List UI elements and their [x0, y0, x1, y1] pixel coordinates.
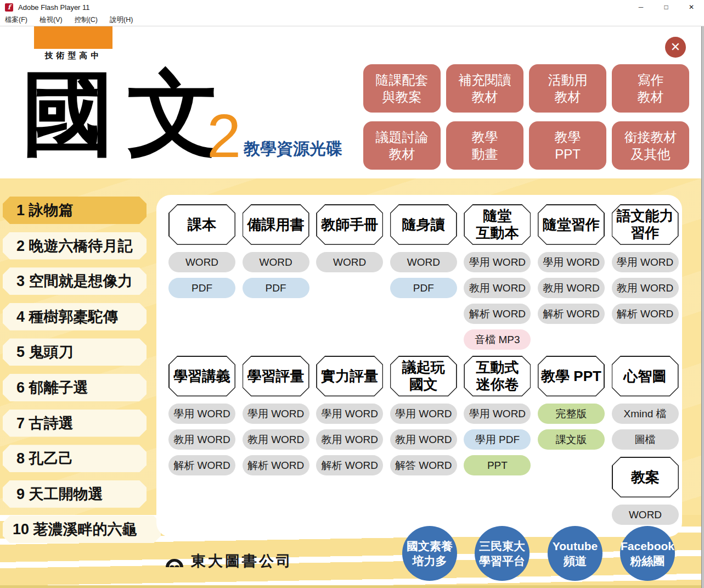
category-title-line: 學習講義: [173, 368, 230, 385]
chapter-sidebar: 1 詠物篇 2 晚遊六橋待月記 3 空間就是想像力 4 種樹郭橐駝傳 5 鬼頭刀…: [3, 197, 161, 551]
file-link-button[interactable]: WORD: [243, 252, 309, 272]
btn-topic-discussion[interactable]: 議題討論教材: [363, 121, 441, 170]
category-title-line: 課本: [188, 216, 216, 233]
link-youtube-channel[interactable]: Youtube頻道: [548, 526, 602, 581]
publisher-name: 東大圖書公司: [191, 551, 293, 571]
link-facebook-page[interactable]: Facebook粉絲團: [620, 526, 675, 581]
file-link-button[interactable]: 教用 WORD: [464, 278, 531, 298]
publisher-logo-banner: [34, 26, 112, 49]
file-link-button[interactable]: 解析 WORD: [464, 304, 531, 324]
category-header: 課本: [168, 204, 235, 245]
window-scroll-edge[interactable]: [701, 26, 704, 588]
resource-column: 備課用書WORDPDF: [243, 204, 309, 356]
category-title-line: 習作: [631, 225, 660, 242]
file-link-button[interactable]: PPT: [464, 455, 531, 475]
file-link-button[interactable]: 課文版: [538, 429, 605, 450]
file-link-button[interactable]: 學用 WORD: [464, 252, 531, 272]
menu-help[interactable]: 說明(H): [110, 15, 133, 25]
menu-bar: 檔案(F) 檢視(V) 控制(C) 說明(H): [0, 14, 704, 26]
file-link-button[interactable]: 教用 WORD: [538, 278, 605, 298]
sidebar-item-3[interactable]: 3 空間就是想像力: [3, 267, 147, 295]
file-link-button[interactable]: PDF: [243, 278, 309, 298]
sidebar-item-8[interactable]: 8 孔乙己: [3, 445, 147, 472]
sidebar-item-6[interactable]: 6 郁離子選: [3, 374, 147, 401]
file-link-button[interactable]: 學用 PDF: [464, 429, 531, 450]
btn-teaching-animation[interactable]: 教學動畫: [446, 121, 523, 170]
category-header: 隨堂習作: [538, 204, 605, 245]
menu-file[interactable]: 檔案(F): [5, 15, 27, 25]
file-link-button[interactable]: PDF: [168, 278, 235, 298]
resource-column: 課本WORDPDF: [168, 204, 235, 356]
btn-supplementary-reading[interactable]: 補充閱讀教材: [446, 64, 523, 113]
sidebar-item-10[interactable]: 10 荖濃溪畔的六龜: [3, 516, 161, 543]
file-link-button[interactable]: 教用 WORD: [316, 429, 383, 450]
category-title-line: 議起玩: [402, 359, 445, 376]
file-link-button[interactable]: 音檔 MP3: [464, 329, 531, 350]
close-icon[interactable]: ✕: [665, 37, 686, 58]
resource-group-1: 課本WORDPDF備課用書WORDPDF教師手冊WORD隨身讀WORDPDF隨堂…: [168, 204, 682, 356]
btn-writing-materials[interactable]: 寫作教材: [612, 64, 689, 113]
menu-control[interactable]: 控制(C): [75, 15, 98, 25]
category-header: 教案: [612, 457, 679, 497]
file-link-button[interactable]: 解答 WORD: [390, 455, 457, 475]
btn-lesson-package[interactable]: 隨課配套與教案: [363, 64, 441, 113]
resource-group-2: 學習講義學用 WORD教用 WORD解析 WORD學習評量學用 WORD教用 W…: [168, 356, 682, 481]
file-link-button[interactable]: WORD: [612, 505, 679, 525]
sidebar-item-9[interactable]: 9 天工開物選: [3, 480, 147, 508]
file-link-button[interactable]: WORD: [316, 252, 383, 272]
file-link-button[interactable]: 教用 WORD: [243, 429, 309, 450]
file-link-button[interactable]: Xmind 檔: [612, 404, 679, 424]
resource-column: 隨堂互動本學用 WORD教用 WORD解析 WORD音檔 MP3: [464, 204, 531, 356]
file-link-button[interactable]: 解析 WORD: [612, 304, 679, 324]
file-link-button[interactable]: 學用 WORD: [168, 404, 235, 424]
category-title-line: 隨身讀: [402, 216, 445, 233]
file-link-button[interactable]: PDF: [390, 278, 457, 298]
file-link-button[interactable]: 學用 WORD: [464, 404, 531, 424]
category-title-line: 國文: [409, 376, 438, 393]
sidebar-item-4[interactable]: 4 種樹郭橐駝傳: [3, 303, 147, 331]
resource-column: 教學 PPT完整版課文版: [538, 356, 605, 481]
category-header: 學習講義: [168, 356, 235, 396]
sidebar-item-7[interactable]: 7 古詩選: [3, 410, 147, 437]
close-window-button[interactable]: ✕: [679, 0, 704, 14]
file-link-button[interactable]: 教用 WORD: [168, 429, 235, 450]
sidebar-item-2[interactable]: 2 晚遊六橋待月記: [3, 232, 147, 260]
category-title-line: 語文能力: [617, 208, 674, 225]
file-link-button[interactable]: 解析 WORD: [538, 304, 605, 324]
category-title-line: 互動本: [476, 225, 519, 242]
file-link-button[interactable]: WORD: [390, 252, 457, 272]
sidebar-item-1[interactable]: 1 詠物篇: [3, 197, 147, 224]
minimize-button[interactable]: ─: [628, 0, 654, 14]
file-link-button[interactable]: 學用 WORD: [316, 404, 383, 424]
file-link-button[interactable]: 解析 WORD: [168, 455, 235, 475]
dongda-logo-icon: [164, 553, 185, 569]
file-link-button[interactable]: 學用 WORD: [390, 404, 457, 424]
sidebar-item-5[interactable]: 5 鬼頭刀: [3, 338, 147, 366]
file-link-button[interactable]: 學用 WORD: [538, 252, 605, 272]
category-title-line: 教學 PPT: [541, 368, 601, 385]
category-header: 教師手冊: [316, 204, 383, 245]
file-link-button[interactable]: WORD: [168, 252, 235, 272]
file-link-button[interactable]: 完整版: [538, 404, 605, 424]
file-link-button[interactable]: 圖檔: [612, 429, 679, 450]
file-link-button[interactable]: 解析 WORD: [316, 455, 383, 475]
btn-activity-materials[interactable]: 活動用教材: [529, 64, 606, 113]
publisher-mark: 東大圖書公司: [164, 551, 293, 571]
btn-teaching-ppt[interactable]: 教學PPT: [529, 121, 606, 170]
category-title-line: 實力評量: [321, 368, 378, 385]
maximize-button[interactable]: □: [654, 0, 679, 14]
file-link-button[interactable]: 學用 WORD: [243, 404, 309, 424]
resource-column: 學習評量學用 WORD教用 WORD解析 WORD: [243, 356, 309, 481]
file-link-button[interactable]: 解析 WORD: [243, 455, 309, 475]
category-header: 教學 PPT: [538, 356, 605, 396]
file-link-button[interactable]: 教用 WORD: [612, 278, 679, 298]
menu-view[interactable]: 檢視(V): [40, 15, 63, 25]
category-title-line: 隨堂: [483, 208, 511, 225]
link-learning-platform[interactable]: 三民東大學習平台: [475, 526, 530, 581]
file-link-button[interactable]: 教用 WORD: [390, 429, 457, 450]
file-link-button[interactable]: 學用 WORD: [612, 252, 679, 272]
link-literacy-platform[interactable]: 國文素養培力多: [402, 526, 457, 581]
flash-player-icon: f: [5, 3, 13, 12]
resource-column: 教師手冊WORD: [316, 204, 383, 356]
btn-bridging-materials[interactable]: 銜接教材及其他: [612, 121, 689, 170]
